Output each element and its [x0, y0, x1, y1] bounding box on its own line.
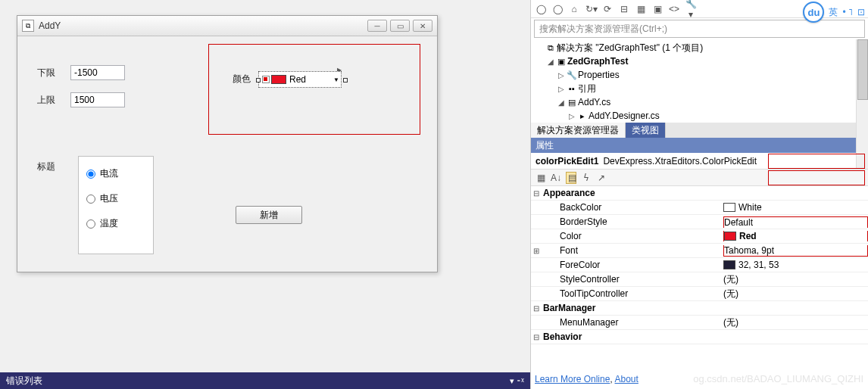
toolbar-highlight: [768, 170, 865, 185]
form-title: AddY: [39, 20, 367, 31]
form-titlebar[interactable]: ⧉ AddY ─ ▭ ✕: [17, 15, 437, 36]
scrollbar-thumb[interactable]: [857, 39, 868, 100]
show-all-icon[interactable]: ▦: [635, 4, 646, 14]
title-radio-group: 电流 电压 温度: [78, 156, 154, 254]
prop-font[interactable]: Font: [542, 245, 723, 256]
backcolor-swatch-icon: [723, 203, 735, 212]
tab-solution-explorer[interactable]: 解决方案资源管理器: [531, 123, 626, 138]
property-object-selector[interactable]: colorPickEdit1 DevExpress.XtraEditors.Co…: [531, 153, 868, 170]
wrench-icon: 🔧: [566, 70, 578, 80]
maximize-button[interactable]: ▭: [390, 20, 410, 32]
language-badge[interactable]: 英: [829, 6, 838, 19]
tree-references[interactable]: 引用: [578, 82, 596, 95]
properties-icon[interactable]: ▣: [652, 4, 663, 14]
title-label: 标题: [37, 160, 55, 173]
home-icon[interactable]: ⌂: [569, 4, 579, 14]
tree-solution[interactable]: 解决方案 "ZedGraphTest" (1 个项目): [557, 42, 703, 54]
refresh-icon[interactable]: ⟳: [602, 4, 613, 14]
color-auto-icon: [262, 76, 270, 83]
selection-handle[interactable]: [343, 78, 348, 82]
form-file-icon: ▤: [566, 98, 578, 107]
error-list-title: 错误列表: [6, 375, 42, 387]
color-value-text: Red: [289, 74, 306, 85]
collapse-icon[interactable]: ⊟: [619, 4, 629, 14]
alphabetical-icon[interactable]: A↓: [551, 173, 561, 183]
radio-current-input[interactable]: [86, 170, 95, 179]
tab-class-view[interactable]: 类视图: [626, 123, 666, 138]
code-icon[interactable]: <>: [669, 4, 679, 14]
project-icon: ▣: [555, 57, 567, 67]
watermark-text: og.csdn.net/BADAO_LIUMANG_QIZHI: [693, 373, 863, 384]
forward-icon[interactable]: ◯: [552, 4, 563, 14]
cs-file-icon: ▸: [576, 111, 589, 121]
prop-menumanager[interactable]: MenuManager: [542, 317, 723, 328]
learn-more-link[interactable]: Learn More Online: [535, 374, 610, 384]
form-icon: ⧉: [22, 20, 34, 32]
form-window: ⧉ AddY ─ ▭ ✕ 下限 上限 颜色 ▶ Red ▼: [17, 15, 438, 272]
prop-borderstyle[interactable]: BorderStyle: [542, 216, 723, 227]
pin-icon[interactable]: ▾ ⁃ᵡ: [510, 376, 524, 386]
radio-voltage-input[interactable]: [86, 194, 95, 204]
solution-icon: ⧉: [545, 43, 557, 53]
cat-barmanager[interactable]: BarManager: [542, 303, 723, 313]
color-section-highlight: [208, 44, 420, 135]
prop-stylecontroller[interactable]: StyleController: [542, 274, 723, 285]
upper-limit-label: 上限: [37, 94, 55, 107]
explorer-tabs: 解决方案资源管理器 类视图: [531, 123, 868, 138]
tree-addy-designer[interactable]: AddY.Designer.cs: [589, 110, 660, 121]
arrow-icon[interactable]: ↗: [596, 173, 607, 183]
lower-limit-input[interactable]: [70, 65, 125, 80]
baidu-badge-icon[interactable]: du: [803, 2, 824, 23]
sync-icon[interactable]: ↻▾: [585, 4, 596, 14]
properties-panel-header: 属性: [531, 138, 868, 153]
categorized-icon[interactable]: ▦: [535, 173, 546, 183]
badge-box-icon[interactable]: ⊡: [857, 7, 865, 17]
cat-behavior[interactable]: Behavior: [542, 331, 723, 342]
dropdown-icon[interactable]: ▼: [333, 76, 339, 83]
color-swatch-icon: [271, 75, 286, 84]
tree-properties[interactable]: Properties: [578, 70, 620, 80]
forecolor-swatch-icon: [723, 260, 735, 269]
tree-project[interactable]: ZedGraphTest: [567, 56, 628, 67]
solution-tree[interactable]: ⧉解决方案 "ZedGraphTest" (1 个项目) ◢▣ZedGraphT…: [531, 39, 868, 123]
solution-toolbar: ◯ ◯ ⌂ ↻▾ ⟳ ⊟ ▦ ▣ <> 🔧▾ du 英 • ˥ ⊡: [531, 0, 868, 18]
close-button[interactable]: ✕: [413, 20, 432, 32]
color-label: 颜色: [233, 73, 251, 86]
events-icon[interactable]: ϟ: [581, 173, 592, 183]
property-grid[interactable]: ⊟Appearance BackColorWhite BorderStyleDe…: [531, 186, 868, 344]
search-placeholder: 搜索解决方案资源管理器(Ctrl+;): [539, 23, 667, 36]
object-type: DevExpress.XtraEditors.ColorPickEdit: [603, 156, 757, 166]
object-name: colorPickEdit1: [535, 156, 598, 166]
badge-dots-icon[interactable]: • ˥: [842, 7, 853, 17]
form-body[interactable]: 下限 上限 颜色 ▶ Red ▼ 标题 电流 电压 温度: [17, 36, 437, 272]
right-panel: ◯ ◯ ⌂ ↻▾ ⟳ ⊟ ▦ ▣ <> 🔧▾ du 英 • ˥ ⊡ 搜索解决方案…: [530, 0, 868, 389]
references-icon: ▪▪: [566, 84, 578, 93]
prop-forecolor[interactable]: ForeColor: [542, 260, 723, 270]
prop-tooltipcontroller[interactable]: ToolTipController: [542, 288, 723, 299]
error-list-panel[interactable]: 错误列表 ▾ ⁃ᵡ: [0, 372, 530, 389]
upper-limit-input[interactable]: [70, 92, 125, 107]
radio-temperature-input[interactable]: [86, 219, 95, 229]
prop-backcolor[interactable]: BackColor: [542, 202, 723, 213]
color-swatch-icon: [724, 232, 736, 241]
radio-current[interactable]: 电流: [86, 167, 145, 180]
property-pages-icon[interactable]: ▤: [566, 172, 576, 184]
footer-links: Learn More Online, About: [535, 374, 639, 384]
object-highlight: [768, 154, 865, 169]
radio-temperature[interactable]: 温度: [86, 217, 145, 230]
form-designer-surface: ⧉ AddY ─ ▭ ✕ 下限 上限 颜色 ▶ Red ▼: [0, 0, 530, 389]
lower-limit-label: 下限: [37, 67, 55, 79]
about-link[interactable]: About: [615, 374, 639, 384]
tree-addy-cs[interactable]: AddY.cs: [578, 97, 610, 107]
back-icon[interactable]: ◯: [535, 4, 546, 14]
minimize-button[interactable]: ─: [367, 20, 387, 32]
add-button[interactable]: 新增: [236, 206, 302, 224]
wrench-icon[interactable]: 🔧▾: [685, 0, 696, 20]
property-toolbar: ▦ A↓ ▤ ϟ ↗: [531, 170, 868, 186]
radio-voltage[interactable]: 电压: [86, 192, 145, 205]
color-pick-edit[interactable]: Red ▼: [258, 71, 342, 88]
cat-appearance[interactable]: Appearance: [542, 188, 723, 198]
prop-color[interactable]: Color: [542, 231, 723, 241]
selection-handle[interactable]: [256, 78, 261, 82]
